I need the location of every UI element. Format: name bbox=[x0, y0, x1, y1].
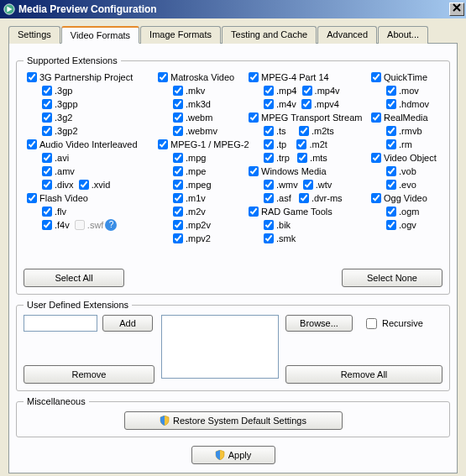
chk-vob[interactable] bbox=[386, 166, 396, 176]
tab-video-formats[interactable]: Video Formats bbox=[61, 26, 139, 44]
close-button[interactable] bbox=[449, 3, 464, 16]
chk-bik[interactable] bbox=[264, 220, 274, 230]
tab-advanced[interactable]: Advanced bbox=[317, 26, 377, 44]
chk-flash-group[interactable] bbox=[27, 193, 37, 203]
chk-3gp[interactable] bbox=[42, 86, 52, 96]
chk-mp4v[interactable] bbox=[302, 86, 312, 96]
browse-button[interactable]: Browse... bbox=[285, 315, 353, 332]
lbl-evo: .evo bbox=[399, 180, 416, 190]
chk-mp2v[interactable] bbox=[173, 220, 183, 230]
restore-defaults-button[interactable]: Restore System Default Settings bbox=[124, 411, 343, 430]
chk-hdmov[interactable] bbox=[386, 99, 396, 109]
chk-mp4-group[interactable] bbox=[249, 72, 259, 82]
chk-mpv4[interactable] bbox=[301, 99, 312, 109]
chk-dvrms[interactable] bbox=[299, 193, 309, 203]
chk-mpv2[interactable] bbox=[173, 233, 183, 243]
chk-avi-group[interactable] bbox=[27, 139, 37, 149]
chk-asf[interactable] bbox=[264, 193, 274, 203]
remove-button[interactable]: Remove bbox=[24, 365, 154, 384]
chk-ogm[interactable] bbox=[386, 207, 396, 217]
lbl-real-group: RealMedia bbox=[384, 112, 428, 123]
chk-trp[interactable] bbox=[264, 153, 274, 163]
tab-about[interactable]: About... bbox=[378, 26, 428, 44]
lbl-mpe: .mpe bbox=[186, 166, 206, 176]
lbl-ts: .ts bbox=[276, 126, 286, 136]
tab-testing-cache[interactable]: Testing and Cache bbox=[222, 26, 317, 44]
chk-ts-group[interactable] bbox=[249, 112, 259, 123]
lbl-ts-group: MPEG Transport Stream bbox=[261, 112, 362, 123]
recursive-checkbox[interactable] bbox=[366, 318, 377, 329]
lbl-rm: .rm bbox=[399, 139, 412, 149]
chk-mkv[interactable] bbox=[173, 86, 183, 96]
tab-image-formats[interactable]: Image Formats bbox=[140, 26, 221, 44]
chk-m2t[interactable] bbox=[296, 139, 306, 149]
chk-wmv[interactable] bbox=[264, 180, 274, 190]
recursive-label: Recursive bbox=[382, 318, 423, 328]
lbl-amv: .amv bbox=[55, 166, 75, 176]
chk-wtv[interactable] bbox=[303, 180, 313, 190]
lbl-mov: .mov bbox=[399, 86, 419, 96]
chk-divx[interactable] bbox=[42, 180, 52, 190]
chk-mpeg-group[interactable] bbox=[158, 139, 168, 149]
chk-ogg-group[interactable] bbox=[371, 193, 381, 203]
chk-rm[interactable] bbox=[386, 139, 396, 149]
chk-3gp2[interactable] bbox=[42, 126, 52, 136]
chk-ogv[interactable] bbox=[386, 220, 396, 230]
ude-input[interactable] bbox=[24, 315, 97, 332]
lbl-wm-group: Windows Media bbox=[261, 166, 327, 176]
chk-f4v[interactable] bbox=[42, 220, 52, 230]
select-none-button[interactable]: Select None bbox=[342, 269, 442, 287]
chk-webm[interactable] bbox=[173, 112, 183, 123]
chk-amv[interactable] bbox=[42, 166, 52, 176]
select-all-button[interactable]: Select All bbox=[24, 269, 124, 287]
chk-mpe[interactable] bbox=[173, 166, 183, 176]
chk-wm-group[interactable] bbox=[249, 166, 259, 176]
lbl-wmv: .wmv bbox=[276, 180, 298, 190]
chk-avi[interactable] bbox=[42, 153, 52, 163]
add-button[interactable]: Add bbox=[102, 315, 153, 332]
chk-m1v[interactable] bbox=[173, 193, 183, 203]
chk-flv[interactable] bbox=[42, 207, 52, 217]
chk-real-group[interactable] bbox=[371, 112, 381, 123]
lbl-mp4-group: MPEG-4 Part 14 bbox=[261, 72, 329, 82]
lbl-qt-group: QuickTime bbox=[384, 72, 427, 82]
lbl-m1v: .m1v bbox=[186, 193, 206, 203]
chk-rad-group[interactable] bbox=[249, 207, 259, 217]
chk-3g2[interactable] bbox=[42, 112, 52, 123]
help-icon[interactable]: ? bbox=[105, 219, 117, 231]
lbl-mpeg-group: MPEG-1 / MPEG-2 bbox=[170, 139, 249, 149]
chk-3gp-group[interactable] bbox=[27, 72, 37, 82]
chk-mpeg[interactable] bbox=[173, 180, 183, 190]
chk-webmv[interactable] bbox=[173, 126, 183, 136]
chk-mov[interactable] bbox=[386, 86, 396, 96]
lbl-rmvb: .rmvb bbox=[399, 126, 422, 136]
lbl-mp4v: .mp4v bbox=[315, 86, 340, 96]
lbl-xvid: .xvid bbox=[92, 180, 111, 190]
chk-mk3d[interactable] bbox=[173, 99, 183, 109]
apply-button[interactable]: Apply bbox=[191, 446, 275, 464]
lbl-3gp-group: 3G Partnership Project bbox=[39, 72, 133, 82]
chk-m2v[interactable] bbox=[173, 207, 183, 217]
lbl-mp4: .mp4 bbox=[276, 86, 296, 96]
chk-mkv-group[interactable] bbox=[158, 72, 168, 82]
chk-3gpp[interactable] bbox=[42, 99, 52, 109]
chk-evo[interactable] bbox=[386, 180, 396, 190]
lbl-vob: .vob bbox=[399, 166, 416, 176]
remove-all-button[interactable]: Remove All bbox=[285, 365, 442, 384]
chk-mpg[interactable] bbox=[173, 153, 183, 163]
tab-settings[interactable]: Settings bbox=[8, 26, 60, 44]
apply-label: Apply bbox=[228, 450, 252, 460]
lbl-mkv: .mkv bbox=[186, 86, 205, 96]
chk-xvid[interactable] bbox=[79, 180, 89, 190]
chk-tp[interactable] bbox=[264, 139, 274, 149]
chk-smk[interactable] bbox=[264, 233, 274, 243]
chk-qt-group[interactable] bbox=[371, 72, 381, 82]
chk-m2ts[interactable] bbox=[299, 126, 309, 136]
chk-rmvb[interactable] bbox=[386, 126, 396, 136]
chk-ts[interactable] bbox=[264, 126, 274, 136]
chk-mts[interactable] bbox=[297, 153, 307, 163]
ude-listbox[interactable] bbox=[161, 315, 279, 379]
chk-vob-group[interactable] bbox=[371, 153, 381, 163]
chk-m4v[interactable] bbox=[264, 99, 274, 109]
chk-mp4[interactable] bbox=[264, 86, 274, 96]
